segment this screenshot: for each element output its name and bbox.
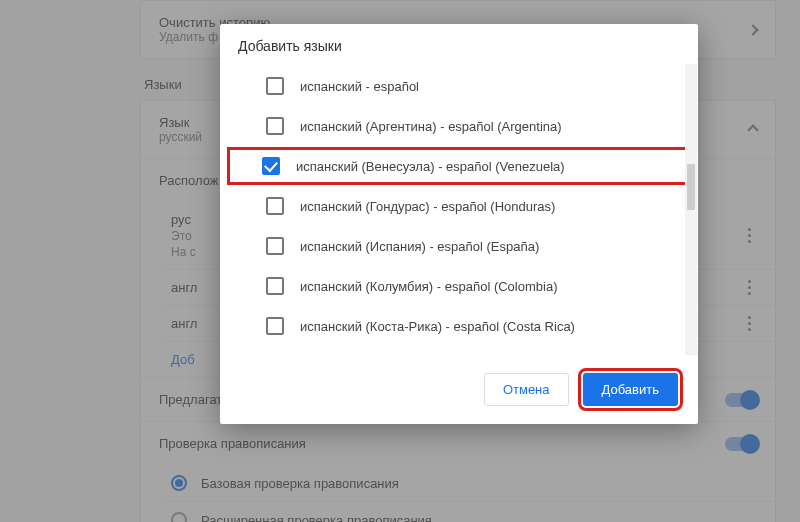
- language-option[interactable]: испанский (Гондурас) - español (Honduras…: [260, 186, 684, 226]
- language-option-label: испанский - español: [300, 79, 419, 94]
- language-option-label: испанский (Колумбия) - español (Colombia…: [300, 279, 557, 294]
- language-list-wrap: испанский - españolиспанский (Аргентина)…: [220, 62, 698, 357]
- language-option[interactable]: испанский (Колумбия) - español (Colombia…: [260, 266, 684, 306]
- scrollbar-thumb[interactable]: [687, 164, 695, 210]
- language-option-label: испанский (Венесуэла) - español (Venezue…: [296, 159, 565, 174]
- add-languages-dialog: Добавить языки испанский - españolиспанс…: [220, 24, 698, 424]
- checkbox-icon[interactable]: [266, 197, 284, 215]
- language-option[interactable]: испанский (Аргентина) - español (Argenti…: [260, 106, 684, 146]
- cancel-button[interactable]: Отмена: [484, 373, 569, 406]
- checkbox-icon[interactable]: [266, 277, 284, 295]
- checkbox-icon[interactable]: [266, 317, 284, 335]
- language-option[interactable]: испанский (Испания) - español (España): [260, 226, 684, 266]
- language-list[interactable]: испанский - españolиспанский (Аргентина)…: [220, 62, 698, 357]
- checkbox-checked-icon[interactable]: [262, 157, 280, 175]
- checkbox-icon[interactable]: [266, 237, 284, 255]
- language-option-label: испанский (Коста-Рика) - español (Costa …: [300, 319, 575, 334]
- language-option[interactable]: испанский (Коста-Рика) - español (Costa …: [260, 306, 684, 346]
- dialog-title: Добавить языки: [220, 24, 698, 62]
- scrollbar-track[interactable]: [685, 64, 697, 355]
- checkbox-icon[interactable]: [266, 77, 284, 95]
- language-option-label: испанский (Испания) - español (España): [300, 239, 539, 254]
- add-button[interactable]: Добавить: [583, 373, 678, 406]
- language-option[interactable]: испанский - español: [260, 66, 684, 106]
- checkbox-icon[interactable]: [266, 117, 284, 135]
- language-option[interactable]: испанский (Венесуэла) - español (Venezue…: [228, 148, 688, 184]
- language-option-label: испанский (Аргентина) - español (Argenti…: [300, 119, 562, 134]
- language-option-label: испанский (Гондурас) - español (Honduras…: [300, 199, 555, 214]
- language-option[interactable]: испанский (Латинская Америка) - español …: [260, 346, 684, 357]
- dialog-footer: Отмена Добавить: [220, 357, 698, 424]
